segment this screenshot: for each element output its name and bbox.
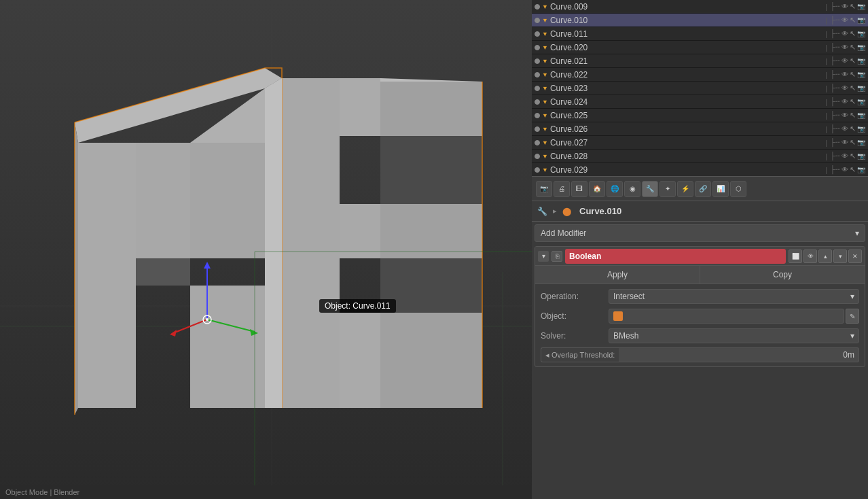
modifier-fields: Operation: Intersect ▾ Object: ✎ (535, 284, 865, 366)
overlap-value-text: 0m (843, 350, 854, 360)
tool-data[interactable]: 📊 (712, 181, 729, 197)
render-restrict-icon[interactable]: 📷 (857, 57, 865, 65)
tool-scene[interactable]: 🏠 (589, 181, 605, 197)
render-restrict-icon[interactable]: 📷 (857, 71, 865, 78)
select-icon[interactable]: ↖ (850, 43, 856, 52)
eye-icon[interactable]: 👁 (842, 71, 848, 78)
outliner-row-curve-022[interactable]: ▼ Curve.022 | ├╌ 👁 ↖ 📷 (532, 68, 868, 82)
select-icon[interactable]: ↖ (850, 16, 856, 24)
visibility-dot (535, 113, 540, 118)
modifier-up-icon[interactable]: ▴ (818, 250, 832, 263)
outliner-item-name: Curve.021 (550, 56, 822, 66)
outliner-row-curve-010[interactable]: ▼ Curve.010 | ├╌ 👁 ↖ 📷 (532, 14, 868, 27)
eye-icon[interactable]: 👁 (842, 57, 848, 65)
tool-object[interactable]: ◉ (624, 181, 640, 197)
select-icon[interactable]: ↖ (850, 2, 856, 11)
eye-icon[interactable]: 👁 (842, 125, 848, 133)
select-icon[interactable]: ↖ (850, 138, 856, 147)
tool-particles[interactable]: ✦ (659, 181, 676, 197)
outliner-right-icons: 👁 ↖ 📷 (842, 29, 865, 38)
eye-icon[interactable]: 👁 (842, 98, 848, 105)
object-value-box[interactable] (609, 309, 844, 324)
select-icon[interactable]: ↖ (850, 124, 856, 133)
apply-button[interactable]: Apply (535, 266, 700, 283)
modifier-render-icon[interactable]: ⬜ (789, 250, 802, 263)
eye-icon[interactable]: 👁 (842, 139, 848, 146)
object-field-label: Object: (541, 311, 609, 321)
eye-icon[interactable]: 👁 (842, 44, 848, 51)
render-restrict-icon[interactable]: 📷 (857, 139, 865, 146)
overlap-threshold-label[interactable]: ◂ Overlap Threshold: (541, 347, 619, 362)
branch-icon: ├╌ (830, 84, 840, 92)
eye-icon[interactable]: 👁 (842, 16, 848, 24)
modifier-name-input[interactable] (565, 249, 786, 264)
outliner-row-curve-023[interactable]: ▼ Curve.023 | ├╌ 👁 ↖ 📷 (532, 82, 868, 95)
eye-icon[interactable]: 👁 (842, 30, 848, 37)
svg-marker-22 (380, 258, 482, 313)
render-restrict-icon[interactable]: 📷 (857, 44, 865, 51)
select-icon[interactable]: ↖ (850, 165, 856, 174)
select-icon[interactable]: ↖ (850, 29, 856, 38)
separator: | (825, 30, 827, 38)
outliner-row-curve-026[interactable]: ▼ Curve.026 | ├╌ 👁 ↖ 📷 (532, 122, 868, 136)
outliner-right-icons: 👁 ↖ 📷 (842, 2, 865, 11)
svg-marker-21 (380, 136, 482, 204)
modifier-view-icon[interactable]: 👁 (803, 250, 817, 263)
outliner-row-curve-028[interactable]: ▼ Curve.028 | ├╌ 👁 ↖ 📷 (532, 150, 868, 163)
render-restrict-icon[interactable]: 📷 (857, 16, 865, 24)
outliner-row-curve-020[interactable]: ▼ Curve.020 | ├╌ 👁 ↖ 📷 (532, 41, 868, 54)
modifier-close-icon[interactable]: ✕ (848, 250, 862, 263)
modifier-duplicate-icon[interactable]: ⎘ (551, 251, 562, 262)
render-restrict-icon[interactable]: 📷 (857, 111, 865, 119)
select-icon[interactable]: ↖ (850, 56, 856, 65)
outliner-row-curve-027[interactable]: ▼ Curve.027 | ├╌ 👁 ↖ 📷 (532, 136, 868, 150)
eye-icon[interactable]: 👁 (842, 166, 848, 173)
render-restrict-icon[interactable]: 📷 (857, 3, 865, 10)
render-restrict-icon[interactable]: 📷 (857, 30, 865, 37)
render-restrict-icon[interactable]: 📷 (857, 152, 865, 160)
add-modifier-button[interactable]: Add Modifier ▾ (535, 224, 865, 242)
operation-dropdown[interactable]: Intersect ▾ (609, 289, 859, 304)
tool-material[interactable]: ⬡ (730, 181, 746, 197)
tool-render[interactable]: 📷 (536, 181, 552, 197)
outliner[interactable]: ▼ Curve.009 | ├╌ 👁 ↖ 📷 ▼ Curve.010 | ├╌ … (532, 0, 868, 177)
tool-output[interactable]: 🖨 (554, 181, 570, 197)
tool-world[interactable]: 🌐 (607, 181, 623, 197)
eye-icon[interactable]: 👁 (842, 84, 848, 92)
object-dropper-button[interactable]: ✎ (846, 309, 859, 324)
select-icon[interactable]: ↖ (850, 70, 856, 79)
outliner-row-curve-011[interactable]: ▼ Curve.011 | ├╌ 👁 ↖ 📷 (532, 27, 868, 41)
render-restrict-icon[interactable]: 📷 (857, 166, 865, 173)
eye-icon[interactable]: 👁 (842, 152, 848, 160)
tool-physics[interactable]: ⚡ (677, 181, 693, 197)
render-restrict-icon[interactable]: 📷 (857, 98, 865, 105)
select-icon[interactable]: ↖ (850, 97, 856, 106)
apply-label: Apply (607, 270, 628, 279)
overlap-threshold-value[interactable]: 0m (619, 347, 859, 362)
outliner-row-curve-021[interactable]: ▼ Curve.021 | ├╌ 👁 ↖ 📷 (532, 54, 868, 68)
eye-icon[interactable]: 👁 (842, 3, 848, 10)
render-restrict-icon[interactable]: 📷 (857, 84, 865, 92)
select-icon[interactable]: ↖ (850, 111, 856, 120)
outliner-row-curve-029[interactable]: ▼ Curve.029 | ├╌ 👁 ↖ 📷 (532, 163, 868, 177)
outliner-row-curve-025[interactable]: ▼ Curve.025 | ├╌ 👁 ↖ 📷 (532, 109, 868, 122)
eye-icon[interactable]: 👁 (842, 111, 848, 119)
copy-button[interactable]: Copy (700, 266, 865, 283)
solver-dropdown[interactable]: BMesh ▾ (609, 328, 859, 343)
modifier-down-icon[interactable]: ▾ (833, 250, 847, 263)
select-icon[interactable]: ↖ (850, 152, 856, 160)
tool-view[interactable]: 🎞 (571, 181, 587, 197)
object-type-icon: ▼ (542, 58, 548, 65)
tool-modifier[interactable]: 🔧 (642, 181, 658, 197)
branch-icon: ├╌ (830, 152, 840, 160)
outliner-row-curve-009[interactable]: ▼ Curve.009 | ├╌ 👁 ↖ 📷 (532, 0, 868, 14)
render-restrict-icon[interactable]: 📷 (857, 125, 865, 133)
modifier-collapse-button[interactable]: ▾ (538, 251, 549, 262)
object-type-icon: ▼ (542, 139, 548, 146)
branch-icon: ├╌ (830, 124, 840, 133)
3d-viewport[interactable]: Object: Curve.011 Object Mode | Blender (0, 0, 532, 499)
outliner-row-curve-024[interactable]: ▼ Curve.024 | ├╌ 👁 ↖ 📷 (532, 95, 868, 109)
tool-constraints[interactable]: 🔗 (695, 181, 711, 197)
branch-icon: ├╌ (830, 56, 840, 65)
select-icon[interactable]: ↖ (850, 84, 856, 92)
